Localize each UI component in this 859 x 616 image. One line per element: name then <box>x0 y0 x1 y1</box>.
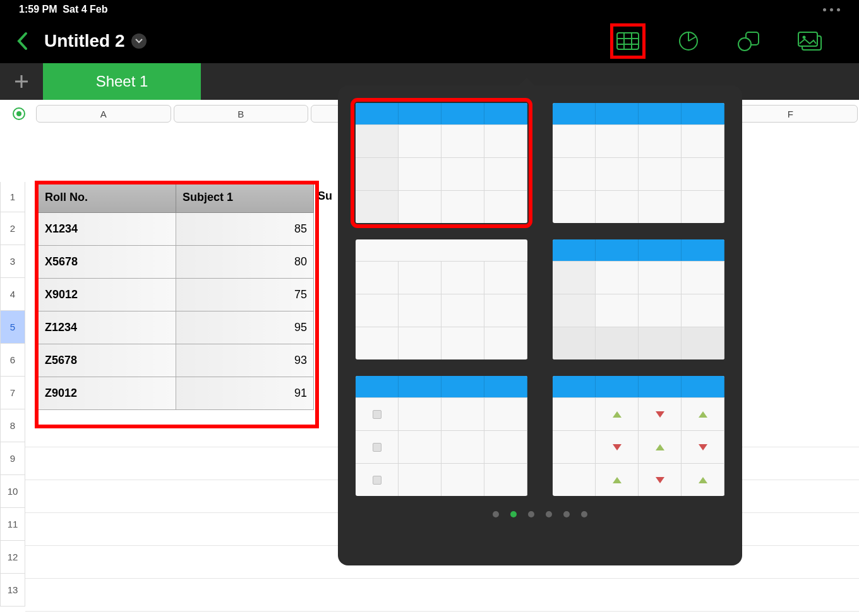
table-cell[interactable]: 75 <box>176 279 314 311</box>
table-cell[interactable]: 85 <box>176 213 314 246</box>
insert-media-icon[interactable] <box>792 23 827 59</box>
row-header-3[interactable]: 3 <box>0 245 25 278</box>
pager-dot[interactable] <box>510 511 517 517</box>
status-time-date: 1:59 PM Sat 4 Feb <box>19 4 108 15</box>
table-cell[interactable]: Z5678 <box>39 344 176 377</box>
add-sheet-button[interactable] <box>0 63 43 100</box>
table-cell[interactable]: 93 <box>176 344 314 377</box>
pager-dot[interactable] <box>493 511 499 517</box>
table-cell[interactable]: 80 <box>176 246 314 279</box>
table-cell[interactable]: X9012 <box>39 279 176 311</box>
nav-bar: Untitled 2 <box>0 19 859 63</box>
table-style-1[interactable] <box>356 103 527 223</box>
pager-dot[interactable] <box>546 511 552 517</box>
insert-shape-icon[interactable] <box>731 23 767 59</box>
col-header-a[interactable]: A <box>36 105 171 123</box>
popover-pager[interactable] <box>356 511 724 517</box>
svg-point-10 <box>803 36 806 39</box>
row-header-11[interactable]: 11 <box>0 508 25 541</box>
insert-table-icon[interactable] <box>610 23 646 59</box>
sheet-tab-1[interactable]: Sheet 1 <box>43 63 201 100</box>
table-cell[interactable]: X1234 <box>39 213 176 246</box>
row-header-12[interactable]: 12 <box>0 541 25 574</box>
partial-header-c: Su <box>318 190 332 203</box>
back-button[interactable] <box>13 28 32 54</box>
col-header-b[interactable]: B <box>174 105 309 123</box>
pager-dot[interactable] <box>581 511 587 517</box>
row-header-6[interactable]: 6 <box>0 344 25 377</box>
pager-dot[interactable] <box>563 511 570 517</box>
status-bar: 1:59 PM Sat 4 Feb <box>0 0 859 19</box>
table-style-4[interactable] <box>553 239 724 359</box>
table-header[interactable]: Subject 1 <box>176 183 314 213</box>
row-header-13[interactable]: 13 <box>0 574 25 607</box>
row-header-8[interactable]: 8 <box>0 409 25 442</box>
table-cell[interactable]: Z9012 <box>39 377 176 410</box>
select-all-handle[interactable] <box>13 107 25 120</box>
svg-rect-9 <box>798 32 817 46</box>
more-icon[interactable] <box>823 8 840 11</box>
row-header-4[interactable]: 4 <box>0 278 25 311</box>
table-styles-popover <box>338 85 742 565</box>
row-header-7[interactable]: 7 <box>0 377 25 409</box>
table-style-5[interactable] <box>356 376 527 496</box>
chevron-down-icon[interactable] <box>131 33 147 49</box>
table-cell[interactable]: 91 <box>176 377 314 410</box>
table-cell[interactable]: X5678 <box>39 246 176 279</box>
row-header-1[interactable]: 1 <box>0 182 25 212</box>
table-header[interactable]: Roll No. <box>39 183 176 213</box>
row-header-10[interactable]: 10 <box>0 475 25 508</box>
data-table[interactable]: Roll No.Subject 1 X123485X567880X901275Z… <box>38 182 314 410</box>
svg-point-7 <box>738 38 751 51</box>
table-cell[interactable]: Z1234 <box>39 311 176 344</box>
table-cell[interactable]: 95 <box>176 311 314 344</box>
svg-rect-0 <box>617 33 639 49</box>
row-header-5[interactable]: 5 <box>0 311 25 344</box>
table-style-6[interactable] <box>553 376 724 496</box>
pager-dot[interactable] <box>528 511 534 517</box>
insert-chart-icon[interactable] <box>671 23 706 59</box>
table-style-2[interactable] <box>553 103 724 223</box>
document-title[interactable]: Untitled 2 <box>44 31 147 51</box>
row-header-9[interactable]: 9 <box>0 442 25 475</box>
col-header-f[interactable]: F <box>723 105 858 123</box>
table-style-3[interactable] <box>356 239 527 359</box>
row-header-2[interactable]: 2 <box>0 212 25 245</box>
